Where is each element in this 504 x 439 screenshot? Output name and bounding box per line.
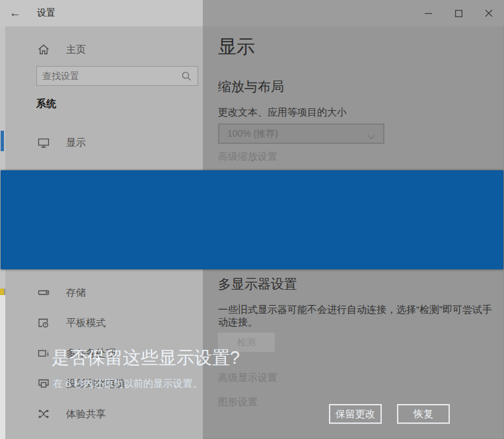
back-arrow-icon: ← xyxy=(10,7,21,20)
sidebar-item-home[interactable]: 主页 xyxy=(5,36,203,63)
sidebar-item-label: 主页 xyxy=(66,44,86,56)
selected-item-accent-bar xyxy=(1,131,4,151)
chevron-down-icon xyxy=(367,131,375,137)
background-window-edge-lower xyxy=(0,295,5,439)
monitor-icon xyxy=(37,136,50,149)
sidebar-item-label: 显示 xyxy=(66,137,86,149)
multi-display-description: 一些旧式显示器可能不会进行自动连接，选择“检测”即可尝试手动连接。 xyxy=(218,303,498,328)
settings-window: ← 设置 主页 系统 显示 xyxy=(0,0,504,439)
search-input[interactable] xyxy=(37,71,181,81)
advanced-display-link[interactable]: 高级显示设置 xyxy=(218,372,277,384)
maximize-button[interactable] xyxy=(443,0,474,26)
project-icon xyxy=(37,377,50,390)
advanced-scaling-link[interactable]: 高级缩放设置 xyxy=(218,151,277,163)
multitask-icon xyxy=(37,347,50,360)
sidebar-item-display[interactable]: 显示 xyxy=(5,129,203,156)
back-button[interactable]: ← xyxy=(0,0,30,26)
graphics-settings-link[interactable]: 图形设置 xyxy=(218,396,258,409)
tablet-icon xyxy=(37,316,50,329)
titlebar-controls xyxy=(203,0,504,26)
sidebar-item-label: 体验共享 xyxy=(66,408,106,421)
titlebar: ← 设置 xyxy=(0,0,203,26)
close-button[interactable] xyxy=(474,0,504,26)
dialog-title: 是否保留这些显示设置? xyxy=(52,346,240,370)
revert-button[interactable]: 恢复 xyxy=(397,404,450,424)
dialog-countdown-text: 在 6 秒内还原为以前的显示设置。 xyxy=(53,378,203,390)
minimize-button[interactable] xyxy=(413,0,443,26)
page-title: 显示 xyxy=(218,34,255,59)
window-title: 设置 xyxy=(37,7,55,19)
share-icon xyxy=(37,407,50,421)
sidebar-item-tablet-mode[interactable]: 平板模式 xyxy=(5,310,203,336)
home-icon xyxy=(37,43,50,56)
scale-dropdown-value: 100% (推荐) xyxy=(227,128,278,140)
search-box[interactable] xyxy=(36,66,198,86)
close-icon xyxy=(485,9,493,17)
minimize-icon xyxy=(425,10,432,17)
storage-icon xyxy=(37,286,50,299)
sidebar-item-shared-experiences[interactable]: 体验共享 xyxy=(5,401,203,427)
sidebar-item-label: 平板模式 xyxy=(66,317,106,329)
maximize-icon xyxy=(455,10,462,17)
sidebar-section-system: 系统 xyxy=(36,98,56,110)
scale-section-title: 缩放与布局 xyxy=(218,78,284,96)
sidebar-item-storage[interactable]: 存储 xyxy=(5,279,203,306)
sidebar-item-label: 存储 xyxy=(66,287,86,299)
multi-display-section-title: 多显示器设置 xyxy=(218,275,297,293)
scale-dropdown[interactable]: 100% (推荐) xyxy=(218,123,384,144)
search-icon[interactable] xyxy=(181,71,192,81)
scale-field-label: 更改文本、应用等项目的大小 xyxy=(218,106,347,119)
background-window-highlight xyxy=(0,288,4,295)
keep-display-settings-dialog: 是否保留这些显示设置? 在 6 秒内还原为以前的显示设置。 保留更改 恢复 xyxy=(1,170,503,269)
keep-changes-button[interactable]: 保留更改 xyxy=(329,404,382,424)
